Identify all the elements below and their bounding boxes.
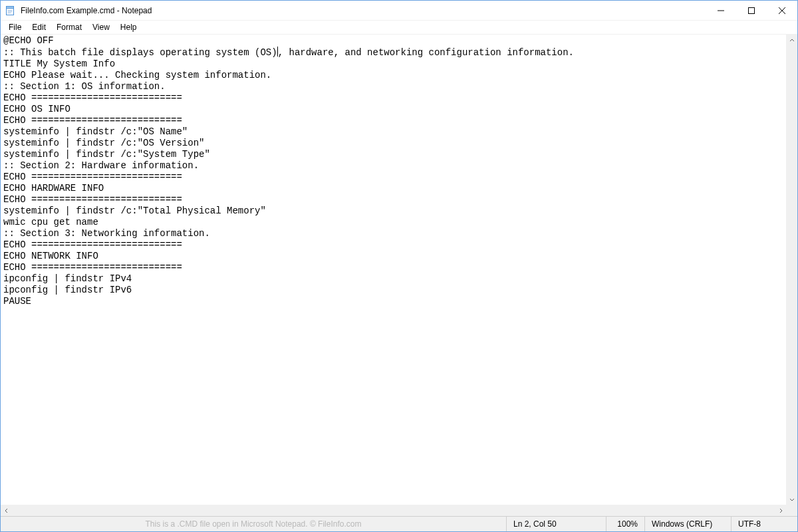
close-icon <box>779 7 785 14</box>
menu-help[interactable]: Help <box>115 21 142 33</box>
window-controls <box>706 1 797 20</box>
menu-file[interactable]: File <box>3 21 27 33</box>
svg-line-7 <box>779 7 785 14</box>
chevron-left-icon <box>4 508 9 513</box>
notepad-window: FileInfo.com Example.cmd - Notepad File … <box>0 0 798 532</box>
window-title: FileInfo.com Example.cmd - Notepad <box>19 6 706 15</box>
chevron-up-icon <box>789 38 795 43</box>
statusbar: This is a .CMD file open in Microsoft No… <box>1 516 797 531</box>
svg-rect-6 <box>749 7 755 13</box>
status-watermark: This is a .CMD file open in Microsoft No… <box>1 517 506 531</box>
menu-view[interactable]: View <box>87 21 115 33</box>
maximize-icon <box>748 7 755 14</box>
text-caret <box>277 47 278 57</box>
horizontal-scrollbar[interactable] <box>1 505 786 516</box>
titlebar[interactable]: FileInfo.com Example.cmd - Notepad <box>1 1 797 21</box>
scroll-corner <box>786 505 797 516</box>
minimize-icon <box>718 7 724 14</box>
status-zoom: 100% <box>606 517 644 531</box>
notepad-icon <box>5 5 15 16</box>
svg-line-8 <box>779 7 785 14</box>
text-editor[interactable]: @ECHO OFF :: This batch file displays op… <box>1 35 786 505</box>
close-button[interactable] <box>767 1 797 20</box>
chevron-right-icon <box>778 508 783 513</box>
menubar: File Edit Format View Help <box>1 21 797 35</box>
status-cursor-position: Ln 2, Col 50 <box>506 517 606 531</box>
app-icon <box>1 5 19 16</box>
scroll-up-button[interactable] <box>786 35 797 46</box>
scroll-left-button[interactable] <box>1 505 12 516</box>
svg-rect-1 <box>7 6 14 8</box>
status-encoding: UTF-8 <box>731 517 797 531</box>
menu-edit[interactable]: Edit <box>27 21 51 33</box>
scroll-down-button[interactable] <box>786 493 797 505</box>
status-line-ending: Windows (CRLF) <box>644 517 731 531</box>
maximize-button[interactable] <box>736 1 767 20</box>
vertical-scrollbar[interactable] <box>786 35 797 505</box>
chevron-down-icon <box>789 497 795 502</box>
editor-area: @ECHO OFF :: This batch file displays op… <box>1 35 797 516</box>
minimize-button[interactable] <box>706 1 736 20</box>
scroll-right-button[interactable] <box>775 505 786 516</box>
menu-format[interactable]: Format <box>51 21 87 33</box>
